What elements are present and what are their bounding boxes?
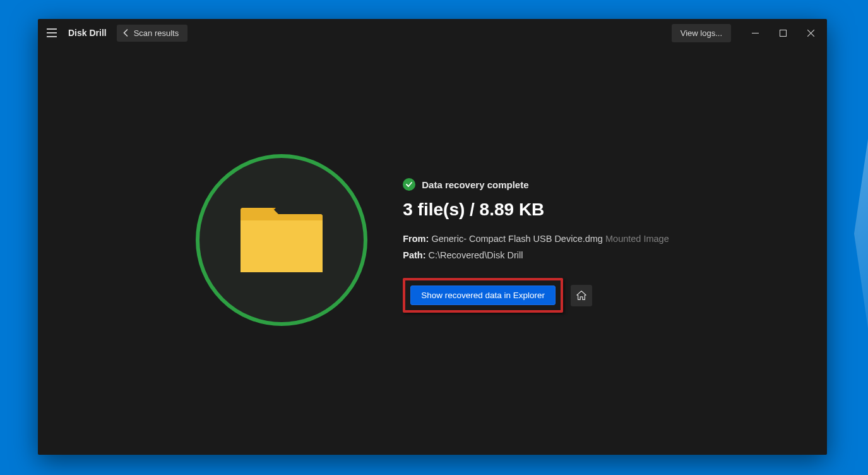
desktop-accent xyxy=(854,139,868,328)
close-button[interactable] xyxy=(797,23,824,43)
content-area: Data recovery complete 3 file(s) / 8.89 … xyxy=(38,47,827,455)
info-column: Data recovery complete 3 file(s) / 8.89 … xyxy=(403,154,669,313)
from-line: From: Generic- Compact Flash USB Device.… xyxy=(403,234,669,244)
svg-rect-1 xyxy=(780,30,786,36)
highlight-annotation: Show recovered data in Explorer xyxy=(403,278,563,313)
status-row: Data recovery complete xyxy=(403,178,669,191)
path-line: Path: C:\Recovered\Disk Drill xyxy=(403,250,669,260)
maximize-icon xyxy=(780,30,787,37)
success-graphic xyxy=(196,154,367,326)
path-label: Path: xyxy=(403,250,425,260)
window-controls xyxy=(741,23,824,43)
maximize-button[interactable] xyxy=(769,23,797,43)
app-window: Disk Drill Scan results View logs... xyxy=(38,19,827,455)
folder-icon xyxy=(241,207,323,274)
home-icon xyxy=(576,290,587,301)
back-label: Scan results xyxy=(134,28,179,38)
view-logs-button[interactable]: View logs... xyxy=(672,24,731,42)
show-in-explorer-button[interactable]: Show recovered data in Explorer xyxy=(410,286,556,305)
app-title: Disk Drill xyxy=(68,28,107,38)
action-row: Show recovered data in Explorer xyxy=(403,278,669,313)
home-button[interactable] xyxy=(571,285,592,306)
back-button[interactable]: Scan results xyxy=(117,25,188,42)
chevron-left-icon xyxy=(123,29,129,37)
from-suffix: Mounted Image xyxy=(605,234,669,244)
titlebar: Disk Drill Scan results View logs... xyxy=(38,19,827,47)
status-heading: Data recovery complete xyxy=(422,179,528,190)
menu-icon[interactable] xyxy=(47,25,62,40)
minimize-icon xyxy=(752,30,759,37)
minimize-button[interactable] xyxy=(741,23,769,43)
stats-line: 3 file(s) / 8.89 KB xyxy=(403,200,669,220)
close-icon xyxy=(807,30,814,37)
from-value: Generic- Compact Flash USB Device.dmg xyxy=(431,234,603,244)
path-value: C:\Recovered\Disk Drill xyxy=(429,250,523,260)
from-label: From: xyxy=(403,234,429,244)
check-circle-icon xyxy=(403,178,415,191)
